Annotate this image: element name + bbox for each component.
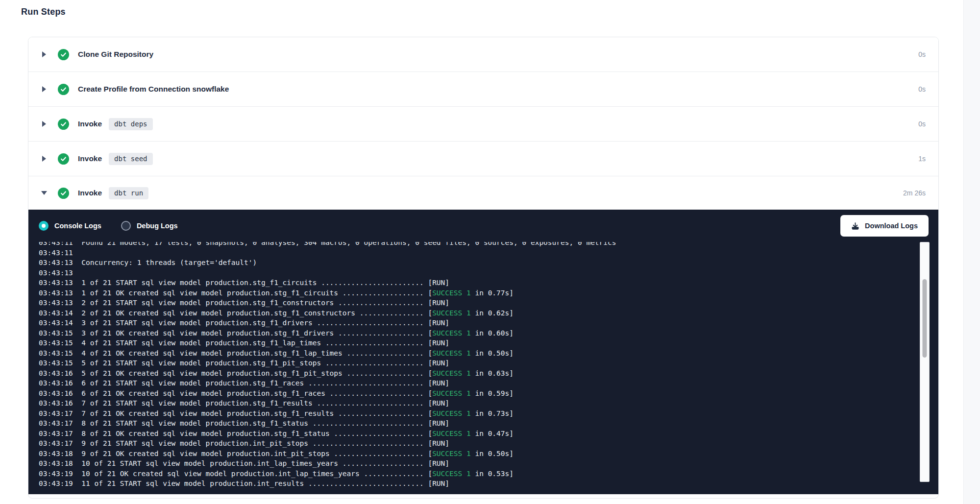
- radio-selected-icon: [39, 221, 49, 231]
- chevron-down-icon[interactable]: [41, 191, 47, 195]
- step-duration: 0s: [918, 85, 926, 93]
- log-line: 03:43:13 2 of 21 START sql view model pr…: [39, 298, 938, 308]
- steps-list: Clone Git Repository 0s Create Profile f…: [28, 37, 938, 210]
- log-line: 03:43:17 8 of 21 START sql view model pr…: [39, 418, 938, 429]
- success-check-icon: [58, 188, 69, 199]
- log-line: 03:43:16 6 of 21 OK created sql view mod…: [39, 388, 938, 399]
- console-log-lines: 03:43:11 Found 21 models, 17 tests, 0 sn…: [28, 242, 938, 489]
- step-row[interactable]: Invoke dbt deps 0s: [28, 107, 938, 142]
- log-line: 03:43:13: [39, 268, 938, 278]
- command-badge: dbt seed: [109, 153, 152, 165]
- console-log-viewport: 03:43:11 Found 21 models, 17 tests, 0 sn…: [28, 242, 938, 494]
- log-success-text: SUCCESS 1: [432, 349, 471, 357]
- step-duration: 2m 26s: [903, 189, 926, 197]
- page-title: Run Steps: [21, 7, 963, 17]
- log-success-text: SUCCESS 1: [432, 470, 471, 478]
- log-line: 03:43:18 10 of 21 START sql view model p…: [39, 458, 938, 469]
- console-scrollbar[interactable]: [920, 242, 930, 482]
- success-check-icon: [58, 119, 69, 130]
- success-check-icon: [58, 153, 69, 165]
- log-line: 03:43:17 9 of 21 START sql view model pr…: [39, 438, 938, 449]
- log-success-text: SUCCESS 1: [432, 389, 471, 397]
- log-success-text: SUCCESS 1: [432, 430, 471, 437]
- right-gutter: [963, 0, 980, 504]
- log-line: 03:43:15 4 of 21 OK created sql view mod…: [39, 348, 938, 359]
- chevron-right-icon[interactable]: [41, 51, 47, 57]
- log-line: 03:43:13 Concurrency: 1 threads (target=…: [39, 258, 938, 268]
- log-line: 03:43:13 1 of 21 OK created sql view mod…: [39, 288, 938, 298]
- log-success-text: SUCCESS 1: [432, 289, 471, 297]
- success-check-icon: [58, 84, 69, 95]
- console-scrollbar-thumb[interactable]: [923, 279, 927, 358]
- success-check-icon: [58, 49, 69, 60]
- step-duration: 0s: [918, 50, 926, 58]
- step-title: Clone Git Repository: [78, 50, 153, 59]
- debug-logs-label: Debug Logs: [137, 222, 178, 230]
- log-line: 03:43:18 9 of 21 OK created sql view mod…: [39, 449, 938, 459]
- log-line: 03:43:16 6 of 21 START sql view model pr…: [39, 378, 938, 388]
- log-success-text: SUCCESS 1: [432, 450, 471, 457]
- log-line: 03:43:16 5 of 21 OK created sql view mod…: [39, 368, 938, 379]
- chevron-right-icon[interactable]: [41, 156, 47, 162]
- log-line: 03:43:19 10 of 21 OK created sql view mo…: [39, 469, 938, 479]
- step-duration: 0s: [918, 120, 926, 128]
- step-row[interactable]: Clone Git Repository 0s: [28, 37, 938, 72]
- log-line: 03:43:15 3 of 21 OK created sql view mod…: [39, 328, 938, 338]
- step-title: Invoke: [78, 120, 102, 128]
- step-title: Invoke: [78, 189, 102, 197]
- command-badge: dbt deps: [109, 118, 152, 130]
- console-header: Console Logs Debug Logs Download Logs: [28, 210, 938, 242]
- radio-unselected-icon: [121, 221, 131, 231]
- log-line: 03:43:14 2 of 21 OK created sql view mod…: [39, 308, 938, 318]
- step-row[interactable]: Invoke dbt run 2m 26s: [28, 176, 938, 210]
- log-line: 03:43:15 4 of 21 START sql view model pr…: [39, 338, 938, 348]
- debug-logs-radio[interactable]: Debug Logs: [121, 221, 178, 231]
- log-line: 03:43:15 5 of 21 START sql view model pr…: [39, 358, 938, 368]
- log-line: 03:43:13 1 of 21 START sql view model pr…: [39, 278, 938, 288]
- run-steps-page: Run Steps Clone Git Repository 0s Create…: [0, 0, 963, 499]
- console-panel: Console Logs Debug Logs Download Logs: [28, 210, 938, 494]
- console-logs-radio[interactable]: Console Logs: [39, 221, 101, 231]
- step-row[interactable]: Create Profile from Connection snowflake…: [28, 72, 938, 107]
- run-steps-card: Clone Git Repository 0s Create Profile f…: [28, 37, 939, 499]
- step-row[interactable]: Invoke dbt seed 1s: [28, 142, 938, 176]
- log-line: 03:43:17 8 of 21 OK created sql view mod…: [39, 429, 938, 439]
- log-success-text: SUCCESS 1: [432, 409, 471, 417]
- log-success-text: SUCCESS 1: [432, 369, 471, 377]
- log-line: 03:43:19 11 of 21 START sql view model p…: [39, 479, 938, 489]
- chevron-right-icon[interactable]: [41, 86, 47, 92]
- log-line: 03:43:11 Found 21 models, 17 tests, 0 sn…: [39, 242, 938, 248]
- download-logs-label: Download Logs: [865, 222, 918, 230]
- log-line: 03:43:11: [39, 248, 938, 258]
- download-logs-button[interactable]: Download Logs: [840, 215, 929, 237]
- log-success-text: SUCCESS 1: [432, 329, 471, 337]
- log-success-text: SUCCESS 1: [432, 309, 471, 317]
- command-badge: dbt run: [109, 187, 148, 199]
- log-line: 03:43:16 7 of 21 START sql view model pr…: [39, 398, 938, 408]
- log-line: 03:43:14 3 of 21 START sql view model pr…: [39, 318, 938, 328]
- step-title: Create Profile from Connection snowflake: [78, 85, 229, 94]
- step-title: Invoke: [78, 154, 102, 163]
- download-icon: [851, 222, 859, 230]
- console-logs-label: Console Logs: [54, 222, 101, 230]
- chevron-right-icon[interactable]: [41, 121, 47, 127]
- step-duration: 1s: [918, 155, 926, 163]
- log-line: 03:43:17 7 of 21 OK created sql view mod…: [39, 408, 938, 419]
